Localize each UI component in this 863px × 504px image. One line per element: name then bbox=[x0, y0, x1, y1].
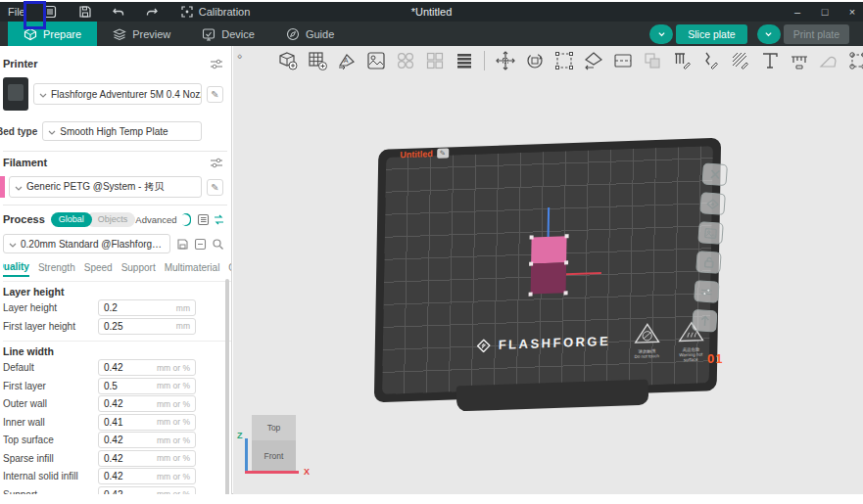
delete-plate-icon[interactable] bbox=[701, 162, 727, 186]
close-button[interactable]: × bbox=[845, 6, 859, 18]
param-input[interactable]: 0.42 mm or % bbox=[98, 432, 196, 448]
auto-orient-icon[interactable]: A bbox=[335, 49, 358, 71]
fuzzy-skin-icon[interactable] bbox=[729, 49, 751, 71]
process-list-icon[interactable] bbox=[197, 212, 210, 227]
tab-preview[interactable]: Preview bbox=[97, 22, 186, 46]
save-preset-icon[interactable] bbox=[175, 237, 190, 252]
param-row: Inner wall 0.41 mm or % bbox=[3, 414, 231, 430]
filament-color-swatch[interactable] bbox=[0, 176, 5, 198]
tab-guide[interactable]: Guide bbox=[270, 22, 350, 46]
tab-multimaterial[interactable]: Multimaterial bbox=[165, 262, 220, 276]
filament-header-label: Filament bbox=[3, 157, 47, 168]
tab-support[interactable]: Support bbox=[121, 262, 156, 276]
param-value: 0.5 bbox=[104, 381, 157, 391]
undo-button[interactable] bbox=[106, 2, 131, 22]
printer-section-header: Printer bbox=[3, 58, 231, 69]
main-menu-button[interactable] bbox=[37, 2, 63, 22]
deform-icon[interactable] bbox=[846, 49, 863, 71]
simplify-model-icon[interactable] bbox=[817, 49, 839, 71]
model-cube[interactable] bbox=[531, 236, 567, 294]
param-input[interactable]: 0.5 mm or % bbox=[98, 378, 196, 394]
viewport-3d[interactable]: ‹› A bbox=[233, 46, 863, 494]
compare-presets-icon[interactable] bbox=[213, 212, 225, 227]
tab-strength[interactable]: Strength bbox=[38, 262, 75, 276]
arrange-plate-icon[interactable] bbox=[697, 221, 723, 245]
arrange-icon[interactable] bbox=[364, 49, 387, 71]
slice-plate-button[interactable]: Slice plate bbox=[676, 24, 746, 44]
orient-plate-icon[interactable] bbox=[699, 192, 725, 215]
param-tabs: Quality Strength Speed Support Multimate… bbox=[3, 261, 231, 277]
param-input[interactable]: 0.25 mm bbox=[98, 318, 196, 335]
support-painting-icon[interactable] bbox=[670, 49, 693, 71]
process-preset-select[interactable]: 0.20mm Standard @Flashforge AD5M... bbox=[3, 234, 170, 253]
variable-layer-height-icon[interactable] bbox=[453, 49, 475, 71]
maximize-button[interactable]: □ bbox=[818, 6, 832, 18]
objects-pill[interactable]: Objects bbox=[86, 212, 136, 227]
place-on-face-icon[interactable] bbox=[582, 49, 604, 71]
minimize-button[interactable]: – bbox=[791, 6, 804, 18]
scale-icon[interactable] bbox=[552, 49, 575, 71]
add-plate-icon[interactable] bbox=[306, 49, 328, 71]
tab-prepare-label: Prepare bbox=[43, 28, 81, 40]
printer-select[interactable]: Flashforge Adventurer 5M 0.4 Nozzle bbox=[33, 83, 202, 105]
param-input[interactable]: 0.41 mm or % bbox=[98, 414, 196, 431]
advanced-toggle[interactable] bbox=[181, 213, 191, 226]
selection-corner bbox=[529, 293, 533, 297]
param-input[interactable]: 0.42 mm or % bbox=[98, 486, 196, 495]
split-to-objects-icon[interactable] bbox=[394, 49, 416, 71]
collapse-sidebar-icon[interactable]: ‹› bbox=[237, 50, 240, 62]
redo-button[interactable] bbox=[139, 2, 165, 22]
param-input[interactable]: 0.2 mm bbox=[98, 299, 196, 316]
global-pill[interactable]: Global bbox=[51, 212, 92, 227]
bed-type-select[interactable]: Smooth High Temp Plate bbox=[42, 121, 202, 141]
param-row: Sparse infill 0.42 mm or % bbox=[3, 450, 231, 466]
tab-others[interactable]: Others bbox=[228, 262, 231, 276]
add-object-icon[interactable] bbox=[276, 49, 299, 71]
move-to-front-icon[interactable] bbox=[692, 309, 717, 333]
search-preset-icon[interactable] bbox=[211, 237, 225, 252]
chevron-down-icon bbox=[48, 127, 56, 135]
param-input[interactable]: 0.42 mm or % bbox=[98, 359, 196, 376]
print-options-chevron[interactable] bbox=[757, 24, 781, 44]
param-label: Layer height bbox=[3, 302, 98, 313]
file-menu[interactable]: File bbox=[0, 2, 31, 22]
move-icon[interactable] bbox=[494, 49, 516, 71]
filament-select[interactable]: Generic PETG @System - 拷贝 bbox=[9, 176, 202, 198]
panel-scrollbar[interactable] bbox=[225, 279, 229, 494]
rename-plate-icon[interactable]: ✎ bbox=[437, 148, 449, 158]
plate-settings-icon[interactable] bbox=[694, 280, 719, 303]
tab-speed[interactable]: Speed bbox=[84, 262, 113, 276]
seam-painting-icon[interactable] bbox=[699, 49, 722, 71]
param-input[interactable]: 0.42 mm or % bbox=[98, 468, 196, 484]
print-plate-button[interactable]: Print plate bbox=[784, 24, 849, 44]
edit-printer-button[interactable]: ✎ bbox=[207, 86, 223, 103]
save-button[interactable] bbox=[72, 2, 98, 22]
chevron-down-icon bbox=[9, 240, 17, 248]
nav-cube[interactable]: Top Front Z X bbox=[252, 415, 296, 471]
mesh-boolean-icon[interactable] bbox=[641, 49, 663, 71]
nav-cube-front-face[interactable]: Front bbox=[252, 440, 296, 471]
measure-icon[interactable] bbox=[788, 49, 810, 71]
printer-settings-icon[interactable] bbox=[210, 58, 223, 69]
redo-icon bbox=[145, 5, 159, 19]
calibration-button[interactable]: Calibration bbox=[174, 2, 257, 22]
param-input[interactable]: 0.42 mm or % bbox=[98, 450, 196, 467]
text-tool-icon[interactable] bbox=[758, 49, 781, 71]
rotate-icon[interactable] bbox=[523, 49, 546, 71]
printer-thumbnail bbox=[3, 77, 28, 111]
cut-icon[interactable] bbox=[611, 49, 634, 71]
plate-name-label[interactable]: Untitled ✎ bbox=[400, 148, 449, 160]
param-unit: mm or % bbox=[157, 489, 190, 494]
tab-quality[interactable]: Quality bbox=[3, 261, 29, 277]
lock-plate-icon[interactable] bbox=[695, 251, 721, 274]
edit-filament-button[interactable]: ✎ bbox=[207, 179, 223, 196]
tab-device[interactable]: Device bbox=[186, 22, 270, 46]
collapse-preset-icon[interactable] bbox=[193, 237, 208, 252]
build-plate[interactable]: Untitled ✎ bbox=[374, 138, 721, 403]
split-to-parts-icon[interactable] bbox=[423, 49, 446, 71]
param-input[interactable]: 0.42 mm or % bbox=[98, 395, 196, 412]
nav-cube-top-face[interactable]: Top bbox=[252, 415, 296, 440]
filament-settings-icon[interactable] bbox=[210, 157, 223, 168]
slice-options-chevron[interactable] bbox=[649, 24, 673, 44]
tab-prepare[interactable]: Prepare bbox=[8, 22, 97, 46]
